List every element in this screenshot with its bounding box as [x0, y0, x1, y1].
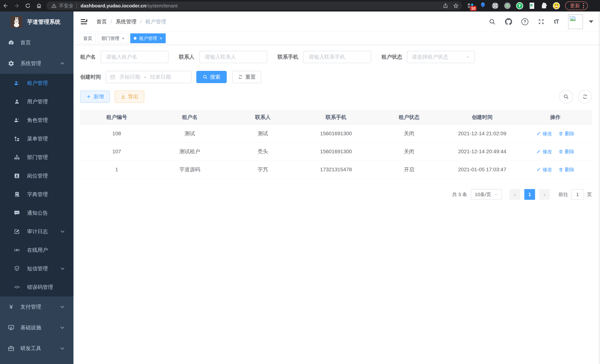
status-select[interactable]: 请选择租户状态 — [407, 51, 475, 63]
fullscreen-icon[interactable] — [538, 18, 545, 25]
badge-icon — [14, 173, 20, 179]
sidebar-item-home[interactable]: 首页 — [0, 32, 74, 53]
sidebar-item-role[interactable]: 角色管理 — [0, 111, 74, 130]
sidebar-collapse-icon[interactable] — [80, 18, 88, 26]
app-logo[interactable]: 芋道管理系统 — [0, 11, 74, 32]
url-text[interactable]: dashboard.yudao.iocoder.cn/system/tenant — [81, 3, 178, 9]
extension-y-icon[interactable] — [516, 2, 524, 10]
export-button[interactable]: 导出 — [115, 91, 144, 103]
sidebar-item-label: 角色管理 — [27, 117, 48, 124]
edit-link[interactable]: 修改 — [536, 131, 552, 137]
tenant-status: 关闭 — [373, 130, 446, 137]
edit-link[interactable]: 修改 — [536, 149, 552, 155]
delete-link[interactable]: 删除 — [558, 166, 574, 173]
browser-menu-icon[interactable] — [583, 3, 584, 8]
edit-link[interactable]: 修改 — [536, 166, 552, 173]
mobile-input[interactable] — [303, 51, 371, 63]
y-logo-icon — [516, 2, 524, 10]
extensions-puzzle-icon[interactable] — [540, 2, 548, 10]
delete-link[interactable]: 删除 — [558, 131, 574, 137]
tab-dept[interactable]: 部门管理 × — [98, 33, 128, 43]
tenant-mobile: 15601691300 — [300, 149, 373, 155]
breadcrumb-system[interactable]: 系统管理 — [116, 18, 137, 25]
extension-record-icon[interactable] — [504, 2, 511, 10]
sidebar-item-user[interactable]: 用户管理 — [0, 92, 74, 111]
filter-row-1: 租户名 联系人 联系手机 租户状态 请选择租户状态 — [80, 51, 592, 63]
current-page-button[interactable]: 1 — [524, 189, 535, 200]
extension-balloon-icon[interactable] — [479, 2, 487, 10]
tenant-name-input[interactable] — [101, 51, 169, 63]
arrow-right-icon — [14, 3, 20, 9]
active-tab-dot — [134, 37, 137, 40]
contact-input[interactable] — [199, 51, 267, 63]
sidebar-item-sms[interactable]: 短信管理 — [0, 259, 74, 278]
extension-strip: 10 — [467, 2, 560, 10]
sidebar-item-tenant[interactable]: 租户管理 — [0, 74, 74, 92]
next-page-button[interactable]: › — [539, 189, 550, 200]
avatar-dropdown-icon[interactable] — [589, 20, 593, 23]
sidebar-item-system[interactable]: 系统管理 — [0, 53, 74, 74]
help-icon[interactable]: ? — [521, 18, 528, 25]
refresh-icon — [582, 94, 588, 100]
sidebar-item-devtools[interactable]: 研发工具 — [0, 338, 74, 359]
page-size-select[interactable]: 10条/页 — [471, 189, 502, 200]
sidebar-item-post[interactable]: 岗位管理 — [0, 167, 74, 185]
font-size-icon[interactable]: tT — [554, 18, 559, 25]
avatar[interactable] — [568, 14, 583, 29]
search-button[interactable]: 搜索 — [196, 71, 227, 83]
user-icon — [14, 99, 20, 105]
sidebar-item-dept[interactable]: 部门管理 — [0, 148, 74, 167]
chevron-down-icon — [465, 55, 470, 59]
end-date-placeholder[interactable]: 结束日期 — [150, 74, 171, 81]
sidebar-item-infra[interactable]: 基础设施 — [0, 317, 74, 338]
reset-button[interactable]: 重置 — [232, 71, 261, 83]
sidebar-item-menu[interactable]: 菜单管理 — [0, 130, 74, 148]
tab-tenant[interactable]: 租户管理 × — [130, 33, 166, 43]
share-icon[interactable] — [443, 3, 448, 9]
browser-update-button[interactable]: 更新 — [565, 1, 588, 10]
row-actions: 修改 删除 — [519, 166, 592, 173]
tab-close-icon[interactable]: × — [122, 36, 124, 41]
address-bar[interactable]: 不安全 dashboard.yudao.iocoder.cn/system/te… — [46, 1, 462, 10]
tab-home[interactable]: 首页 — [80, 33, 96, 43]
show-search-button[interactable] — [559, 90, 573, 103]
org-chart-icon — [14, 154, 20, 160]
search-icon[interactable] — [489, 18, 496, 25]
bookmark-star-icon[interactable] — [453, 3, 459, 9]
sidebar-item-notice[interactable]: 通知公告 — [0, 204, 74, 222]
profile-avatar-icon[interactable] — [553, 2, 560, 10]
tenant-mobile: 17321315478 — [300, 167, 373, 173]
tree-icon — [14, 136, 20, 142]
total-count: 共 3 条 — [452, 191, 467, 198]
extension-flag-icon[interactable] — [528, 2, 536, 10]
start-date-placeholder[interactable]: 开始日期 — [120, 74, 140, 81]
goto-page-input[interactable] — [571, 189, 584, 200]
sidebar-item-dict[interactable]: 字典管理 — [0, 185, 74, 204]
tenant-id: 107 — [80, 149, 153, 155]
tab-close-icon[interactable]: × — [159, 36, 162, 41]
refresh-table-button[interactable] — [578, 90, 592, 103]
prev-page-button[interactable]: ‹ — [509, 189, 520, 200]
breadcrumb-separator: / — [140, 19, 142, 25]
security-label[interactable]: 不安全 — [59, 3, 74, 9]
browser-forward-button[interactable] — [11, 2, 22, 10]
add-button[interactable]: 新增 — [80, 91, 110, 103]
browser-back-button[interactable] — [0, 2, 11, 10]
create-time-range-picker[interactable]: 开始日期 - 结束日期 — [106, 71, 191, 83]
sidebar-item-payment[interactable]: ¥ 支付管理 — [0, 297, 74, 317]
sidebar-item-error-code[interactable]: </> 错误码管理 — [0, 278, 74, 297]
sidebar-item-online-users[interactable]: 在线用户 — [0, 241, 74, 259]
github-icon[interactable] — [505, 18, 512, 25]
tab-label: 部门管理 — [102, 36, 119, 41]
goto-label: 前往 — [558, 191, 568, 198]
browser-home-button[interactable] — [33, 2, 45, 10]
extension-tiles-icon[interactable]: 10 — [467, 2, 475, 10]
browser-reload-button[interactable] — [22, 2, 33, 10]
mobile-label: 联系手机 — [278, 53, 298, 60]
sidebar-item-label: 通知公告 — [27, 209, 48, 216]
sidebar-item-audit-log[interactable]: 审计日志 — [0, 222, 74, 241]
sidebar-item-label: 基础设施 — [20, 324, 41, 331]
delete-link[interactable]: 删除 — [558, 149, 574, 155]
extension-command-icon[interactable] — [491, 2, 499, 10]
breadcrumb-home[interactable]: 首页 — [96, 18, 107, 25]
